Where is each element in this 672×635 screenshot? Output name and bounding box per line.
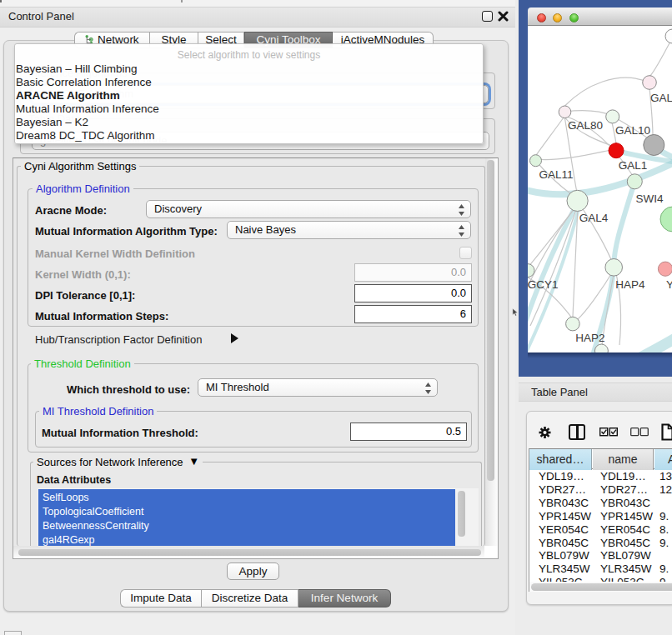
svg-text:GCY1: GCY1 [528,278,558,291]
svg-text:GAL80: GAL80 [568,119,603,132]
svg-text:GAL11: GAL11 [539,168,573,181]
svg-text:GAL1: GAL1 [619,159,648,172]
svg-text:GAL: GAL [650,92,672,104]
svg-text:Y: Y [666,278,672,291]
svg-text:HAP2: HAP2 [575,332,604,344]
svg-text:GAL10: GAL10 [615,124,650,137]
svg-text:HAP4: HAP4 [615,278,645,291]
svg-text:SWI4: SWI4 [635,192,663,205]
svg-text:GAL4: GAL4 [579,212,609,224]
